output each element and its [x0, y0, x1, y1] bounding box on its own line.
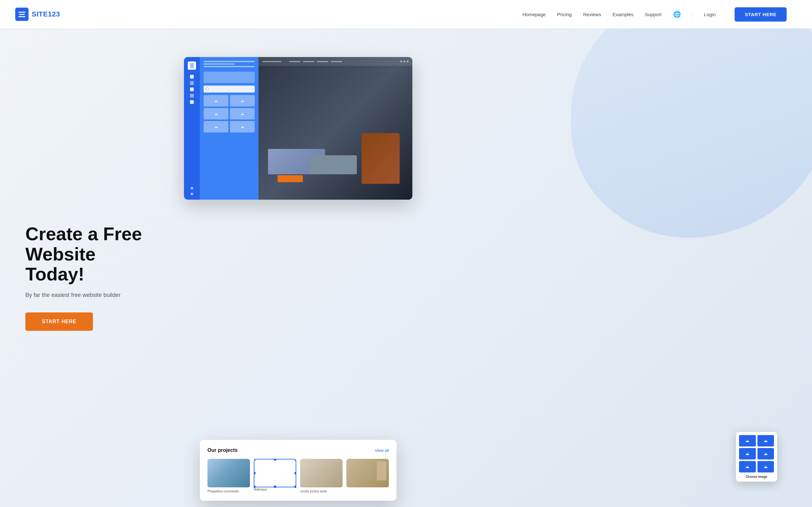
panel-thumb-2[interactable]: ⛰ — [230, 95, 255, 107]
image-chooser-popup: ⛰ ⛰ ⛰ ⛰ ⛰ ⛰ Choose image — [736, 432, 777, 482]
panel-thumb-5[interactable]: ⛰ — [204, 121, 229, 132]
sidebar-item-5[interactable] — [190, 100, 194, 104]
furniture-sofa — [309, 155, 357, 174]
handle-br — [294, 486, 296, 488]
start-here-nav-button[interactable]: START HERE — [734, 7, 786, 21]
canvas-nav-line-4 — [317, 61, 328, 62]
panel-thumb-3[interactable]: ⛰ — [204, 108, 229, 119]
editor-canvas — [258, 57, 412, 200]
projects-header: Our projects View all — [207, 447, 389, 453]
logo-text: SITE123 — [32, 10, 60, 18]
mountain-icon-2: ⛰ — [241, 99, 244, 103]
logo-icon — [15, 8, 29, 21]
furniture-chair — [362, 133, 400, 184]
start-here-hero-button[interactable]: START HERE — [26, 313, 93, 331]
project-photo-3 — [300, 459, 343, 487]
mountain-icon-6: ⛰ — [241, 125, 244, 129]
handle-bm — [274, 486, 276, 488]
chooser-thumb-5[interactable]: ⛰ — [739, 461, 756, 472]
sidebar-item-2[interactable] — [190, 81, 194, 85]
handle-tl — [254, 459, 256, 461]
editor-panel: ⛰ ⛰ ⛰ ⛰ ⛰ — [200, 57, 258, 200]
chooser-thumb-icon-1: ⛰ — [745, 439, 749, 443]
panel-thumb-6[interactable]: ⛰ — [230, 121, 255, 132]
hero-content: Create a Free Website Today! By far the … — [26, 224, 159, 331]
projects-panel: Our projects View all Phasellus commodo — [200, 440, 397, 501]
chooser-thumb-icon-3: ⛰ — [745, 452, 749, 456]
canvas-dot-2 — [403, 60, 405, 62]
project-photo-1 — [207, 459, 250, 487]
project-card-1: Phasellus commodo — [207, 459, 250, 493]
handle-tr — [294, 459, 296, 461]
chooser-thumb-icon-5: ⛰ — [745, 464, 749, 469]
project-card-3: uculis luctus ante — [300, 459, 343, 493]
canvas-dot-3 — [407, 60, 409, 62]
project-card-2[interactable]: Natoque — [254, 459, 296, 493]
chooser-thumb-icon-2: ⛰ — [764, 439, 768, 443]
chooser-grid: ⛰ ⛰ ⛰ ⛰ ⛰ ⛰ — [739, 435, 774, 472]
sidebar-item-4[interactable] — [190, 94, 194, 98]
canvas-nav-line-2 — [289, 61, 300, 62]
handle-ml — [254, 472, 256, 474]
canvas-photo — [258, 57, 412, 200]
canvas-cta-button — [277, 175, 303, 182]
mountain-icon-3: ⛰ — [214, 112, 218, 116]
sidebar-item-1[interactable] — [190, 75, 194, 78]
sidebar-bottom-dots — [191, 187, 193, 195]
chooser-thumb-icon-6: ⛰ — [764, 464, 768, 469]
panel-search-bar[interactable] — [204, 86, 255, 93]
editor-layout: ⛰ ⛰ ⛰ ⛰ ⛰ — [184, 57, 412, 200]
editor-mockup: ⛰ ⛰ ⛰ ⛰ ⛰ — [184, 57, 412, 200]
hero-section: Create a Free Website Today! By far the … — [0, 29, 812, 507]
mountain-icon-1: ⛰ — [214, 99, 218, 103]
nav-examples[interactable]: Examples — [612, 12, 633, 17]
canvas-nav-line-1 — [262, 61, 281, 62]
project-label-1: Phasellus commodo — [207, 489, 250, 493]
chooser-thumb-1[interactable]: ⛰ — [739, 435, 756, 447]
editor-logo-icon — [188, 61, 196, 70]
mountain-icon-5: ⛰ — [214, 125, 218, 129]
nav-homepage[interactable]: Homepage — [522, 12, 546, 17]
sidebar-circle-2 — [191, 193, 193, 195]
hero-subtitle: By far the easiest free website builder — [26, 292, 159, 298]
nav-reviews[interactable]: Reviews — [583, 12, 601, 17]
canvas-nav-dots — [400, 60, 409, 62]
panel-line-3 — [204, 66, 255, 67]
panel-thumbs-grid: ⛰ ⛰ ⛰ ⛰ ⛰ — [204, 95, 255, 132]
panel-thumb-4[interactable]: ⛰ — [230, 108, 255, 119]
projects-grid: Phasellus commodo Natoque — [207, 459, 389, 493]
project-photo-selected — [254, 459, 296, 487]
canvas-nav-line-3 — [303, 61, 314, 62]
panel-header-lines — [204, 61, 255, 67]
handle-tm — [274, 459, 276, 461]
login-link[interactable]: Login — [704, 12, 716, 17]
chooser-thumb-4[interactable]: ⛰ — [757, 448, 774, 459]
handle-mr — [294, 472, 296, 474]
project-photo-4 — [346, 459, 389, 487]
canvas-dot-1 — [400, 60, 402, 62]
navbar: SITE123 Homepage Pricing Reviews Example… — [0, 0, 812, 29]
nav-pricing[interactable]: Pricing — [557, 12, 572, 17]
panel-line-2 — [204, 63, 235, 65]
chooser-thumb-3[interactable]: ⛰ — [739, 448, 756, 459]
nav-divider — [693, 11, 693, 18]
globe-icon[interactable]: 🌐 — [673, 10, 681, 18]
nav-links: Homepage Pricing Reviews Examples Suppor… — [522, 7, 786, 21]
panel-image-placeholder — [204, 72, 255, 83]
chooser-thumb-6[interactable]: ⛰ — [757, 461, 774, 472]
projects-title: Our projects — [207, 447, 238, 453]
chooser-label: Choose image — [739, 475, 774, 478]
editor-sidebar — [184, 57, 200, 200]
project-label-3: uculis luctus ante — [300, 489, 343, 493]
view-all-link[interactable]: View all — [374, 448, 389, 453]
canvas-nav-line-5 — [331, 61, 342, 62]
hero-mockup: ⛰ ⛰ ⛰ ⛰ ⛰ — [159, 48, 786, 507]
logo[interactable]: SITE123 — [15, 8, 60, 21]
sidebar-item-3[interactable] — [190, 88, 194, 91]
canvas-navbar — [258, 57, 412, 66]
panel-thumb-1[interactable]: ⛰ — [204, 95, 229, 107]
chooser-thumb-2[interactable]: ⛰ — [757, 435, 774, 447]
mountain-icon-4: ⛰ — [241, 112, 244, 116]
nav-support[interactable]: Support — [645, 12, 662, 17]
sidebar-circle-1 — [191, 187, 193, 189]
